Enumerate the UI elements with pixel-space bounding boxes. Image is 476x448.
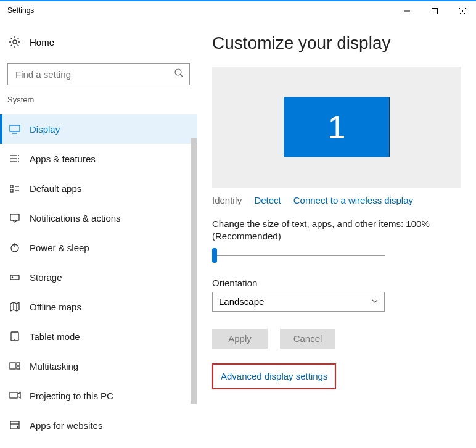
svg-rect-32 <box>10 421 19 429</box>
sidebar-item-apps-for-websites[interactable]: Apps for websites <box>0 410 197 440</box>
apps-websites-icon <box>9 419 21 431</box>
svg-point-5 <box>175 69 181 75</box>
identify-link[interactable]: Identify <box>212 195 242 205</box>
sidebar-item-label: Default apps <box>30 183 197 194</box>
svg-rect-16 <box>10 189 13 192</box>
scaling-label: Change the size of text, apps, and other… <box>212 218 461 243</box>
maximize-icon <box>432 8 438 14</box>
titlebar: Settings <box>0 1 476 20</box>
home-link[interactable]: Home <box>0 27 197 57</box>
chevron-down-icon <box>371 296 379 307</box>
minimize-button[interactable] <box>393 2 421 20</box>
search-icon <box>174 68 184 80</box>
sidebar-item-apps-features[interactable]: Apps & features <box>0 144 197 173</box>
storage-icon <box>9 271 21 283</box>
sidebar-item-projecting-to-this-pc[interactable]: Projecting to this PC <box>0 381 197 410</box>
svg-rect-28 <box>10 363 15 369</box>
advanced-highlight-box: Advanced display settings <box>212 363 336 389</box>
sidebar-item-label: Power & sleep <box>30 243 197 253</box>
svg-rect-29 <box>17 363 20 365</box>
display-actions-row: Identify Detect Connect to a wireless di… <box>212 195 464 205</box>
scrollbar-thumb[interactable] <box>191 138 197 404</box>
svg-rect-31 <box>10 392 17 398</box>
sidebar-item-tablet-mode[interactable]: Tablet mode <box>0 321 197 351</box>
tablet-icon <box>9 330 21 342</box>
slider-track <box>212 255 385 256</box>
sidebar: Home System DisplayApps & featuresDefaul… <box>0 20 197 447</box>
svg-rect-30 <box>17 367 20 369</box>
sidebar-item-multitasking[interactable]: Multitasking <box>0 351 197 381</box>
apps-icon <box>9 152 21 165</box>
sidebar-menu: DisplayApps & featuresDefault appsNotifi… <box>0 114 197 440</box>
orientation-select[interactable]: Landscape <box>212 292 385 312</box>
monitor-icon <box>9 123 21 135</box>
gear-icon <box>9 36 21 48</box>
svg-point-23 <box>12 277 12 278</box>
window-title: Settings <box>7 6 34 15</box>
svg-line-6 <box>181 75 183 77</box>
connect-wireless-link[interactable]: Connect to a wireless display <box>293 195 413 205</box>
notifications-icon <box>9 212 21 224</box>
sidebar-item-label: Offline maps <box>30 302 197 312</box>
sidebar-item-label: Projecting to this PC <box>30 391 197 401</box>
home-label: Home <box>30 37 54 48</box>
main-content: Customize your display 1 Identify Detect… <box>197 20 476 447</box>
sidebar-item-label: Multitasking <box>30 361 197 371</box>
power-icon <box>9 241 21 254</box>
default-apps-icon <box>9 182 21 194</box>
sidebar-item-default-apps[interactable]: Default apps <box>0 173 197 203</box>
svg-point-4 <box>13 40 17 44</box>
search-box <box>7 63 190 85</box>
detect-link[interactable]: Detect <box>254 195 281 205</box>
orientation-value: Landscape <box>219 296 264 307</box>
settings-window: Settings Home <box>0 0 476 448</box>
sidebar-item-power-sleep[interactable]: Power & sleep <box>0 233 197 262</box>
monitor-number: 1 <box>328 109 346 146</box>
slider-thumb[interactable] <box>212 248 217 263</box>
page-title: Customize your display <box>212 33 464 53</box>
advanced-display-link[interactable]: Advanced display settings <box>221 371 327 381</box>
svg-rect-15 <box>10 185 13 188</box>
svg-rect-19 <box>10 214 19 220</box>
sidebar-item-offline-maps[interactable]: Offline maps <box>0 292 197 321</box>
maps-icon <box>9 301 21 313</box>
button-row: Apply Cancel <box>212 329 464 349</box>
projecting-icon <box>9 389 21 402</box>
apply-button[interactable]: Apply <box>212 329 268 349</box>
category-label: System <box>0 95 197 104</box>
window-controls <box>393 2 476 20</box>
sidebar-item-label: Display <box>30 124 197 135</box>
monitor-thumbnail[interactable]: 1 <box>284 97 390 157</box>
svg-rect-1 <box>432 9 437 14</box>
minimize-icon <box>404 8 410 14</box>
sidebar-item-notifications-actions[interactable]: Notifications & actions <box>0 203 197 233</box>
sidebar-item-label: Apps & features <box>30 154 197 164</box>
close-button[interactable] <box>448 2 476 20</box>
scrollbar[interactable] <box>190 138 197 447</box>
cancel-button[interactable]: Cancel <box>280 329 335 349</box>
svg-rect-7 <box>10 125 20 131</box>
sidebar-item-display[interactable]: Display <box>0 114 197 144</box>
sidebar-item-label: Tablet mode <box>30 331 197 342</box>
sidebar-item-storage[interactable]: Storage <box>0 262 197 292</box>
search-input[interactable] <box>7 63 190 85</box>
sidebar-item-label: Storage <box>30 272 197 283</box>
sidebar-item-label: Notifications & actions <box>30 213 197 223</box>
display-preview[interactable]: 1 <box>212 67 461 188</box>
close-icon <box>459 8 466 14</box>
maximize-button[interactable] <box>421 2 448 20</box>
scaling-slider[interactable] <box>212 248 385 263</box>
multitasking-icon <box>9 360 21 372</box>
sidebar-item-label: Apps for websites <box>30 420 197 431</box>
orientation-label: Orientation <box>212 278 464 288</box>
